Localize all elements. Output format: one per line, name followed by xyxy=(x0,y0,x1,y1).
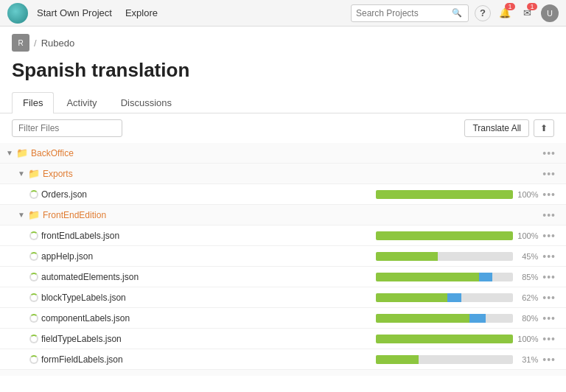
app-logo[interactable] xyxy=(7,3,28,24)
folder-backoffice[interactable]: ▼ 📁 BackOffice ••• xyxy=(0,143,566,164)
notifications-button[interactable]: 🔔 1 xyxy=(497,5,513,21)
progress-bar xyxy=(376,252,513,261)
progress-blue xyxy=(447,293,461,302)
user-avatar[interactable]: U xyxy=(541,4,559,22)
file-status-spinner xyxy=(29,314,38,323)
file-name: automatedElements.json xyxy=(41,272,376,282)
upload-button[interactable]: ⬆ xyxy=(534,119,554,137)
chevron-down-icon[interactable]: ▼ xyxy=(18,169,27,178)
explore-link[interactable]: Explore xyxy=(124,7,159,18)
file-apphelp-json[interactable]: appHelp.json 45% ••• xyxy=(0,246,566,267)
breadcrumb-separator: / xyxy=(34,38,37,49)
tab-discussions[interactable]: Discussions xyxy=(110,92,183,113)
progress-green xyxy=(376,355,419,364)
file-orders-json[interactable]: Orders.json 100% ••• xyxy=(0,184,566,205)
file-name: appHelp.json xyxy=(41,251,376,262)
file-menu-button[interactable]: ••• xyxy=(538,251,560,262)
folder-frontendedition[interactable]: ▼ 📁 FrontEndEdition ••• xyxy=(0,205,566,225)
progress-bar xyxy=(376,231,513,240)
progress-green xyxy=(376,231,513,240)
tab-bar: Files Activity Discussions xyxy=(0,92,566,113)
file-componentlabels-json[interactable]: componentLabels.json 80% ••• xyxy=(0,308,566,329)
file-status-spinner xyxy=(29,231,38,240)
file-automatedelements-json[interactable]: automatedElements.json 85% ••• xyxy=(0,267,566,287)
file-status-spinner xyxy=(29,355,38,364)
folder-name: Exports xyxy=(43,169,538,179)
progress-bar xyxy=(376,314,513,323)
file-name: fieldTypeLabels.json xyxy=(41,334,376,344)
folder-menu-button[interactable]: ••• xyxy=(538,209,560,221)
file-frontendlabels-json[interactable]: frontEndLabels.json 100% ••• xyxy=(0,225,566,246)
chevron-down-icon[interactable]: ▼ xyxy=(18,211,27,219)
search-input[interactable] xyxy=(356,8,452,18)
progress-blue xyxy=(479,273,493,281)
file-name: componentLabels.json xyxy=(41,313,376,323)
progress-area: 100% xyxy=(376,335,538,343)
progress-area: 85% xyxy=(376,273,538,281)
file-blocktypelabels-json[interactable]: blockTypeLabels.json 62% ••• xyxy=(0,287,566,308)
progress-area: 100% xyxy=(376,190,538,199)
progress-green xyxy=(376,273,479,281)
progress-green xyxy=(376,335,513,343)
progress-area: 45% xyxy=(376,252,538,261)
top-navigation: Start Own Project Explore 🔍 ? 🔔 1 ✉ 1 U xyxy=(0,0,566,27)
folder-exports[interactable]: ▼ 📁 Exports ••• xyxy=(0,164,566,184)
folder-name: BackOffice xyxy=(31,148,538,158)
folder-menu-button[interactable]: ••• xyxy=(538,374,560,377)
filter-files-input[interactable] xyxy=(12,119,122,137)
upload-icon: ⬆ xyxy=(540,123,548,133)
progress-green xyxy=(376,252,438,261)
tab-activity[interactable]: Activity xyxy=(55,92,108,113)
progress-pct: 45% xyxy=(517,252,538,261)
progress-area: 80% xyxy=(376,314,538,323)
messages-badge: 1 xyxy=(527,3,537,10)
topnav-right: 🔍 ? 🔔 1 ✉ 1 U xyxy=(351,4,559,22)
tab-files[interactable]: Files xyxy=(12,92,54,113)
start-own-project-link[interactable]: Start Own Project xyxy=(35,7,113,18)
toolbar-right: Translate All ⬆ xyxy=(464,119,554,137)
search-icon: 🔍 xyxy=(452,8,462,18)
chevron-down-icon[interactable]: ▼ xyxy=(6,149,15,157)
progress-pct: 100% xyxy=(517,335,538,343)
file-name: formFieldLabels.json xyxy=(41,354,376,365)
messages-button[interactable]: ✉ 1 xyxy=(519,5,535,21)
folder-icon: 📁 xyxy=(28,374,40,376)
notification-badge: 1 xyxy=(505,3,515,10)
progress-pct: 31% xyxy=(517,355,538,364)
folder-icon: 📁 xyxy=(28,209,40,220)
file-menu-button[interactable]: ••• xyxy=(538,292,560,304)
progress-bar xyxy=(376,355,513,364)
help-icon-button[interactable]: ? xyxy=(475,5,491,21)
folder-name: FrontEndEdition xyxy=(43,210,538,220)
file-status-spinner xyxy=(29,335,38,343)
file-name: frontEndLabels.json xyxy=(41,231,376,241)
progress-bar xyxy=(376,190,513,199)
file-menu-button[interactable]: ••• xyxy=(538,312,560,324)
file-menu-button[interactable]: ••• xyxy=(538,230,560,242)
progress-pct: 100% xyxy=(517,231,538,240)
file-menu-button[interactable]: ••• xyxy=(538,189,560,200)
file-fieldtypelabels-json[interactable]: fieldTypeLabels.json 100% ••• xyxy=(0,329,566,349)
page-title: Spanish translation xyxy=(0,56,566,92)
search-box[interactable]: 🔍 xyxy=(351,4,469,22)
file-menu-button[interactable]: ••• xyxy=(538,271,560,283)
file-formfieldlabels-json[interactable]: formFieldLabels.json 31% ••• xyxy=(0,349,566,370)
progress-pct: 80% xyxy=(517,314,538,323)
progress-bar xyxy=(376,293,513,302)
breadcrumb-project-name[interactable]: Rubedo xyxy=(41,38,75,49)
file-menu-button[interactable]: ••• xyxy=(538,333,560,345)
progress-pct: 100% xyxy=(517,190,538,199)
progress-blue xyxy=(469,314,486,323)
translate-all-button[interactable]: Translate All xyxy=(464,119,529,137)
progress-green xyxy=(376,293,447,302)
folder-exceptions[interactable]: ▼ 📁 Exceptions ••• xyxy=(0,370,566,376)
file-name: blockTypeLabels.json xyxy=(41,293,376,303)
folder-icon: 📁 xyxy=(16,147,28,158)
progress-bar xyxy=(376,335,513,343)
folder-icon: 📁 xyxy=(28,168,40,179)
progress-bar xyxy=(376,273,513,281)
project-avatar: R xyxy=(12,34,29,52)
file-menu-button[interactable]: ••• xyxy=(538,354,560,365)
folder-menu-button[interactable]: ••• xyxy=(538,147,560,159)
folder-menu-button[interactable]: ••• xyxy=(538,168,560,180)
